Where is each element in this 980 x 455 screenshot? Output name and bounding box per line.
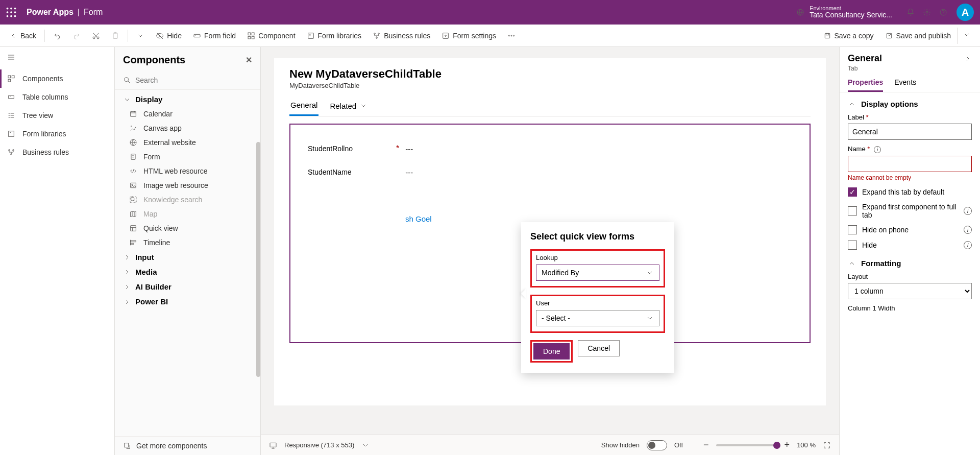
responsive-label[interactable]: Responsive (713 x 553) [284,441,354,449]
section-display-options[interactable]: Display options [848,100,972,108]
component-button[interactable]: Component [242,29,300,43]
brand-name[interactable]: Power Apps [27,8,74,17]
component-form[interactable]: Form [115,150,260,164]
hamburger-icon[interactable] [0,47,114,69]
sidebar-item-components[interactable]: Components [0,69,114,88]
component-map[interactable]: Map [115,207,260,221]
fit-icon[interactable] [823,441,831,449]
showhidden-toggle[interactable] [647,440,667,450]
get-more-components[interactable]: Get more components [115,436,260,455]
group-display[interactable]: Display [115,92,260,107]
components-title: Components [123,54,185,66]
group-ai-builder[interactable]: AI Builder [115,279,260,294]
savepublish-chevron[interactable] [957,28,976,44]
paste-button[interactable] [106,29,125,43]
formlibraries-button[interactable]: Form libraries [302,29,367,43]
user-field-highlight: User - Select - [530,295,665,333]
zoom-out[interactable]: − [703,440,709,450]
owner-link[interactable]: sh Goel [405,214,432,223]
props-tab-properties[interactable]: Properties [848,78,883,92]
lookup-select[interactable]: Modified By [536,265,659,281]
checkbox-icon[interactable] [848,225,857,234]
search-input[interactable] [135,76,252,84]
zoom-in[interactable]: + [785,440,790,450]
component-calendar[interactable]: Calendar [115,107,260,121]
svg-rect-53 [125,443,129,447]
waffle-icon[interactable] [6,7,16,17]
group-media[interactable]: Media [115,265,260,279]
cancel-button[interactable]: Cancel [578,340,620,356]
savepublish-button[interactable]: Save and publish [880,29,956,43]
sidebar-item-treeview[interactable]: Tree view [0,106,114,125]
chevron-down-icon[interactable] [131,29,150,43]
back-button[interactable]: Back [4,29,41,43]
group-label: Input [135,253,154,261]
popover-title: Select quick view forms [530,231,665,242]
settings-icon[interactable] [919,8,935,16]
props-tab-events[interactable]: Events [894,78,916,92]
checkbox-icon[interactable] [848,241,857,250]
label-input[interactable] [848,124,972,140]
done-button[interactable]: Done [533,343,570,360]
form-tab-related[interactable]: Related [329,97,369,116]
chk-hide-phone[interactable]: Hide on phone i [848,225,972,234]
redo-button[interactable] [67,29,86,43]
chk-expand-default[interactable]: ✓ Expand this tab by default [848,187,972,197]
avatar[interactable]: A [957,4,974,21]
more-button[interactable] [502,29,521,43]
component-image-web-resource[interactable]: Image web resource [115,178,260,193]
section-formatting[interactable]: Formatting [848,259,972,268]
svg-rect-35 [8,79,11,82]
chevron-down-icon[interactable] [361,441,370,449]
undo-button[interactable] [48,29,66,43]
svg-rect-45 [131,154,135,160]
checkbox-icon[interactable] [848,206,857,215]
component-html-web-resource[interactable]: HTML web resource [115,164,260,178]
hide-button[interactable]: Hide [151,29,187,43]
component-external-website[interactable]: External website [115,135,260,150]
svg-rect-18 [252,33,254,35]
checkbox-icon[interactable]: ✓ [848,187,857,197]
chk-label: Expand this tab by default [862,188,944,196]
chevron-right-icon[interactable] [964,55,972,63]
context-name: Form [84,8,103,17]
component-knowledge-search[interactable]: Knowledge search [115,193,260,207]
info-icon[interactable]: i [964,241,972,249]
cut-button[interactable] [87,29,105,43]
brand-separator: | [78,8,80,17]
saveacopy-button[interactable]: Save a copy [818,29,879,43]
formsettings-button[interactable]: Form settings [436,29,501,43]
form-tab-general[interactable]: General [289,97,318,116]
name-input[interactable] [848,156,972,172]
businessrules-button[interactable]: Business rules [368,29,435,43]
chk-expand-first[interactable]: Expand first component to full tab i [848,203,972,219]
component-canvas-app[interactable]: Canvas app [115,121,260,135]
user-select[interactable]: - Select - [536,310,659,326]
name-field-label: Name * i [848,145,972,153]
close-icon[interactable]: ✕ [246,55,252,65]
component-timeline[interactable]: Timeline [115,235,260,250]
zoom-slider[interactable] [716,444,777,446]
sidebar-item-formlibraries[interactable]: Form libraries [0,125,114,143]
help-icon[interactable] [935,8,951,16]
field-studentname[interactable]: StudentName * --- [306,160,794,184]
layout-select[interactable]: 1 column [848,283,972,299]
tab-label: General [290,101,317,109]
field-studentrollno[interactable]: StudentRollno * --- [306,137,794,160]
group-input[interactable]: Input [115,250,260,265]
sidebar-item-label: Form libraries [22,130,66,138]
scrollbar-thumb[interactable] [256,142,260,377]
info-icon[interactable]: i [964,207,972,215]
components-search[interactable] [115,73,260,90]
environment-picker[interactable]: Environment Tata Consultancy Servic... [796,5,892,19]
layout-icon [129,224,137,232]
formfield-button[interactable]: Form field [188,29,241,43]
notifications-icon[interactable] [902,8,919,16]
sidebar-item-tablecolumns[interactable]: Table columns [0,88,114,106]
component-quick-view[interactable]: Quick view [115,221,260,235]
chk-hide[interactable]: Hide i [848,241,972,250]
sidebar-item-businessrules[interactable]: Business rules [0,143,114,161]
savepublish-label: Save and publish [896,32,951,40]
info-icon[interactable]: i [964,226,972,234]
group-power-bi[interactable]: Power BI [115,294,260,309]
